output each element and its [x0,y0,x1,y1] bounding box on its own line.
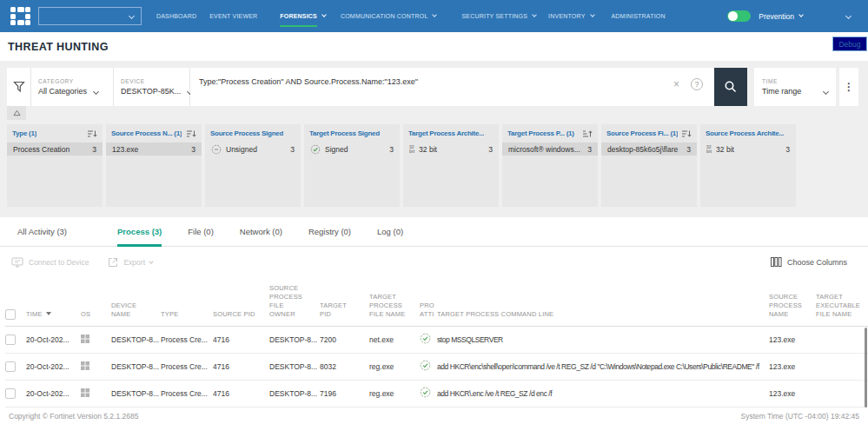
tab-process[interactable]: Process (3) [117,217,162,247]
facet-item[interactable]: Signed3 [304,142,400,156]
col-process-attributes[interactable]: PRO ATTI [420,277,437,326]
vertical-scrollbar[interactable] [865,328,867,407]
choose-columns-button[interactable]: Choose Columns [771,257,847,267]
table-row[interactable]: 20-Oct-202... DESKTOP-8... Process Cre..… [5,353,868,380]
sort-desc-icon[interactable] [681,129,692,138]
cell-os [81,353,111,380]
nav-item-inventory[interactable]: INVENTORY [548,13,593,19]
columns-icon [771,257,782,267]
facet-item[interactable]: microsoft® windows...3 [502,142,598,156]
cell-type: Process Cre... [161,380,213,407]
tab-log[interactable]: Log (0) [377,217,403,247]
facet-item-count: 3 [389,145,394,154]
cell-os [81,380,111,407]
sort-desc-icon[interactable] [87,129,97,138]
cell-source-process-file-owner: DESKTOP-8... [269,380,320,407]
cell-target-process-file-name: reg.exe [369,380,420,407]
tab-file[interactable]: File (0) [188,217,214,247]
facet-title[interactable]: Target Process Archite... [408,129,484,137]
nav-item-forensics[interactable]: FORENSICS [280,13,326,19]
debug-button[interactable]: Debug [832,36,867,51]
facet-title[interactable]: Type (1) [12,129,36,137]
col-source-process-name[interactable]: SOURCE PROCESS NAME [769,277,816,326]
facet-item-count: 3 [191,145,195,154]
col-target-pid[interactable]: TARGET PID [320,277,369,326]
nav-item-label: EVENT VIEWER [209,13,257,19]
mode-dropdown[interactable]: Prevention [759,12,803,21]
facet-title[interactable]: Source Process Signed [210,129,283,137]
filter-funnel-button[interactable] [7,68,31,106]
facet-item[interactable]: 32bit32 bit3 [700,142,796,156]
table-row[interactable]: 20-Oct-202... DESKTOP-8... Process Cre..… [5,380,868,407]
cell-target-pid: 8032 [320,353,369,380]
facet-title[interactable]: Source Process Archite... [706,129,784,137]
tab-all-activity[interactable]: All Activity (3) [17,217,67,247]
nav-item-event-viewer[interactable]: EVENT VIEWER [209,13,257,19]
col-device-name[interactable]: DEVICE NAME [111,277,161,326]
signed-badge-icon [420,333,431,344]
facet-source-process-architecture: Source Process Archite... 32bit32 bit3 [700,124,796,207]
facet-item[interactable]: 32bit32 bit3 [403,142,499,156]
device-dropdown[interactable]: DEVICE DESKTOP-85K... [114,68,190,106]
tab-network[interactable]: Network (0) [240,217,282,247]
category-dropdown[interactable]: CATEGORY All Categories [31,68,114,106]
col-type[interactable]: TYPE [161,277,213,326]
facet-item[interactable]: desktop-85k6o5j\flare3 [601,142,697,156]
row-checkbox[interactable] [5,388,16,399]
windows-icon [81,335,89,343]
facet-item[interactable]: Process Creation3 [7,142,103,156]
time-value: Time range [762,87,801,96]
table-row[interactable]: 20-Oct-202... DESKTOP-8... Process Cre..… [5,326,868,353]
search-button[interactable] [714,68,747,106]
row-checkbox[interactable] [5,361,16,372]
col-target-executable-file-name[interactable]: TARGET EXECUTABLE FILE NAME [816,277,868,326]
col-time[interactable]: TIME [26,277,81,326]
fortinet-logo-icon[interactable] [10,7,31,25]
facet-source-process-signed: Source Process Signed Unsigned3 [205,124,301,207]
select-all-checkbox[interactable] [5,309,16,320]
cell-type: Process Cre... [161,326,213,353]
col-source-process-file-owner[interactable]: SOURCE PROCESS FILE OWNER [269,277,320,326]
collapse-filters-button[interactable] [7,106,26,120]
facet-title[interactable]: Source Process Fi... (1) [606,129,678,137]
sort-asc-icon[interactable] [582,129,593,138]
facet-title[interactable]: Target Process Signed [309,129,380,137]
facet-item-count: 3 [290,145,295,154]
col-target-process-file-name[interactable]: TARGET PROCESS FILE NAME [369,277,420,326]
cell-device-name: DESKTOP-8... [111,353,161,380]
row-checkbox-cell [5,326,26,353]
sort-desc-icon[interactable] [186,129,196,138]
nav-item-dashboard[interactable]: DASHBOARD [156,13,196,19]
tab-registry[interactable]: Registry (0) [308,217,351,247]
prevention-toggle[interactable] [727,10,751,22]
col-os[interactable]: OS [81,277,111,326]
more-options-button[interactable]: ⋮ [839,68,858,106]
facet-title[interactable]: Source Process N... (1) [111,129,182,137]
facet-title[interactable]: Target Process P... (1) [507,129,574,137]
search-icon [724,80,738,94]
cell-target-executable-file-name [816,326,868,353]
col-source-pid[interactable]: SOURCE PID [213,277,269,326]
facet-item[interactable]: Unsigned3 [205,142,301,156]
export-button[interactable]: Export [108,257,153,268]
32bit-icon: 32bit [706,145,712,154]
org-select[interactable] [38,7,142,25]
col-target-process-command-line[interactable]: TARGET PROCESS COMMAND LINE [437,277,769,326]
time-range-dropdown[interactable]: TIME Time range [754,68,836,106]
nav-item-administration[interactable]: ADMINISTRATION [612,13,666,19]
cell-source-pid: 4716 [213,326,269,353]
connect-to-device-button[interactable]: Connect to Device [11,257,89,268]
search-input[interactable]: Type:"Process Creation" AND Source.Proce… [190,68,714,106]
user-menu-chevron[interactable] [846,14,851,18]
row-checkbox[interactable] [5,335,16,345]
nav-item-communication-control[interactable]: COMMUNICATION CONTROL [341,13,437,19]
nav-item-security-settings[interactable]: SECURITY SETTINGS [461,13,536,19]
facet-item-label: 32 bit [716,145,734,154]
clear-search-icon[interactable]: × [673,79,679,89]
help-icon[interactable]: ? [691,78,703,90]
cell-device-name: DESKTOP-8... [111,380,161,407]
table-toolbar: Connect to Device Export Choose Columns [0,247,868,277]
facet-source-process-file-owner: Source Process Fi... (1) desktop-85k6o5j… [601,124,697,207]
nav-item-label: COMMUNICATION CONTROL [341,13,428,19]
facet-item[interactable]: 123.exe3 [106,142,202,156]
